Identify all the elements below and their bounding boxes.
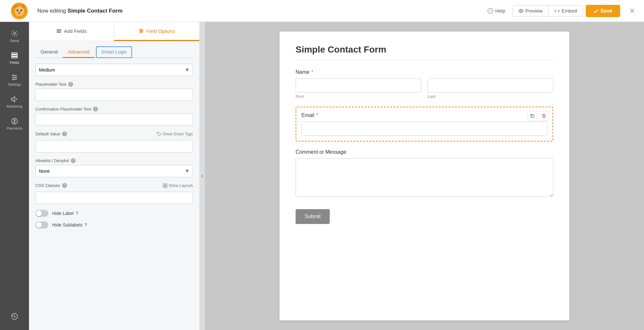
placeholder-text-help-icon[interactable]: ?	[68, 82, 73, 87]
svg-rect-23	[57, 31, 61, 32]
form-divider	[296, 60, 553, 60]
svg-rect-32	[163, 184, 165, 185]
allowlist-help-icon[interactable]: ?	[71, 158, 76, 163]
default-value-input[interactable]	[35, 140, 193, 152]
fields-icon	[11, 52, 18, 59]
save-button[interactable]: Save	[586, 5, 620, 17]
svg-point-10	[520, 10, 522, 12]
list-icon	[56, 28, 62, 34]
svg-rect-24	[57, 32, 61, 33]
css-classes-group: CSS Classes ? Show Layouts	[35, 183, 193, 204]
hide-sublabels-toggle-row: Hide Sublabels ?	[35, 221, 193, 228]
first-name-input[interactable]	[296, 78, 421, 92]
hide-label-help-icon[interactable]: ?	[76, 211, 78, 216]
hide-sublabels-label: Hide Sublabels ?	[52, 222, 87, 228]
tab-add-fields[interactable]: Add Fields	[29, 22, 114, 41]
sidebar-item-fields[interactable]: Fields	[0, 47, 29, 69]
sidebar-item-settings[interactable]: Settings	[0, 69, 29, 91]
sidebar-icons: Setup Fields Settings	[0, 22, 29, 330]
default-value-help-icon[interactable]: ?	[62, 131, 67, 136]
megaphone-icon	[11, 95, 18, 103]
last-name-input[interactable]	[428, 78, 553, 92]
check-icon	[593, 8, 599, 14]
allowlist-select[interactable]: None Allowlist Denylist	[35, 165, 193, 177]
logo-area	[6, 3, 32, 19]
chevron-left-icon	[200, 174, 204, 178]
hide-sublabels-toggle[interactable]	[35, 221, 48, 228]
placeholder-text-group: Placeholder Text ?	[35, 82, 193, 101]
form-preview-title: Simple Contact Form	[296, 44, 553, 55]
hide-label-toggle-row: Hide Label ?	[35, 210, 193, 217]
name-field-group: Name * First Last	[296, 69, 553, 99]
svg-point-31	[158, 133, 158, 133]
css-classes-label-row: CSS Classes ? Show Layouts	[35, 183, 193, 188]
header-actions: ? Help Preview Embed	[483, 5, 638, 17]
email-field-actions	[527, 111, 549, 121]
preview-button[interactable]: Preview	[513, 5, 548, 16]
confirmation-placeholder-help-icon[interactable]: ?	[93, 107, 98, 112]
svg-rect-22	[57, 29, 61, 30]
layout-icon	[163, 183, 167, 188]
confirmation-placeholder-group: Confirmation Placeholder Text ?	[35, 107, 193, 126]
settings-label: Settings	[8, 82, 21, 86]
svg-point-19	[15, 77, 16, 78]
svg-point-29	[141, 30, 143, 32]
svg-rect-14	[12, 57, 17, 58]
show-smart-tags-button[interactable]: Show Smart Tags	[157, 132, 193, 136]
message-textarea[interactable]	[296, 158, 553, 197]
name-fields-row: First Last	[296, 78, 553, 99]
sub-tab-smart-logic[interactable]: Smart Logic	[96, 46, 132, 58]
logo-bear	[11, 3, 28, 19]
form-card: Simple Contact Form Name * First Last	[279, 32, 569, 320]
help-button[interactable]: ? Help	[483, 5, 510, 16]
show-layouts-button[interactable]: Show Layouts	[163, 183, 193, 188]
placeholder-text-input[interactable]	[35, 89, 193, 101]
panel-tabs: Add Fields Field Options	[29, 22, 199, 41]
history-icon	[11, 313, 18, 320]
field-options-panel: Add Fields Field Options General	[29, 22, 200, 330]
eye-icon	[518, 8, 524, 14]
css-classes-input[interactable]	[35, 192, 193, 204]
hide-sublabels-help-icon[interactable]: ?	[84, 222, 87, 228]
delete-field-button[interactable]	[539, 111, 549, 121]
sub-tabs: General Advanced Smart Logic	[35, 46, 193, 58]
svg-point-28	[140, 29, 141, 30]
css-classes-label: CSS Classes ?	[35, 183, 67, 188]
tab-field-options[interactable]: Field Options	[114, 22, 199, 41]
sidebar-item-setup[interactable]: Setup	[0, 25, 29, 47]
svg-rect-13	[12, 55, 17, 56]
svg-point-20	[13, 79, 14, 80]
svg-point-11	[14, 33, 16, 35]
dollar-icon	[11, 117, 18, 125]
marketing-label: Marketing	[7, 104, 22, 108]
copy-icon	[530, 114, 535, 118]
svg-rect-34	[163, 186, 165, 188]
editing-title: Now editing Simple Contact Form	[37, 8, 478, 14]
default-value-group: Default Value ? Show Smart Tags	[35, 131, 193, 152]
size-select[interactable]: Small Medium Large	[35, 64, 193, 76]
sub-tab-general[interactable]: General	[35, 46, 63, 58]
embed-button[interactable]: Embed	[548, 5, 583, 16]
collapse-handle[interactable]	[200, 22, 205, 330]
tag-icon	[157, 132, 161, 136]
close-button[interactable]: ✕	[627, 5, 638, 16]
preview-embed-group: Preview Embed	[512, 5, 583, 16]
sidebar-item-marketing[interactable]: Marketing	[0, 91, 29, 113]
duplicate-field-button[interactable]	[527, 111, 537, 121]
svg-point-18	[13, 75, 14, 76]
sidebar-item-history[interactable]	[11, 308, 18, 325]
sub-tab-advanced[interactable]: Advanced	[63, 46, 95, 58]
name-field-label: Name *	[296, 69, 553, 75]
name-required-star: *	[311, 69, 313, 75]
svg-point-5	[17, 9, 18, 11]
top-header: Now editing Simple Contact Form ? Help P…	[0, 0, 644, 22]
email-input[interactable]	[301, 121, 547, 136]
sidebar-item-payments[interactable]: Payments	[0, 113, 29, 135]
hide-label-toggle[interactable]	[35, 210, 48, 217]
svg-point-7	[18, 11, 21, 13]
default-value-label-row: Default Value ? Show Smart Tags	[35, 131, 193, 136]
hide-label-label: Hide Label ?	[52, 211, 78, 216]
css-classes-help-icon[interactable]: ?	[62, 183, 67, 188]
confirmation-placeholder-input[interactable]	[35, 113, 193, 126]
submit-button[interactable]: Submit	[296, 209, 330, 224]
